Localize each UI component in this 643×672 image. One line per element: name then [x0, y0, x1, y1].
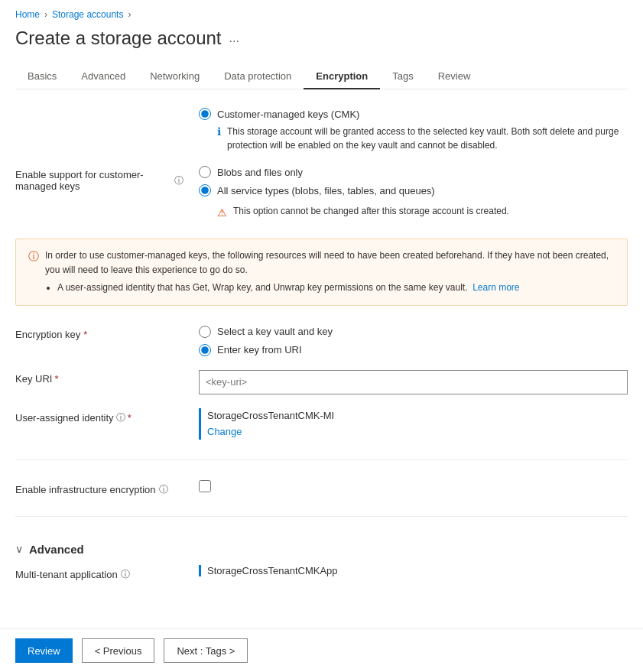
support-cmk-label: Enable support for customer-managed keys…: [15, 166, 183, 192]
select-key-vault-radio-item[interactable]: Select a key vault and key: [199, 326, 628, 338]
breadcrumb-sep1: ›: [44, 9, 47, 20]
user-identity-value: StorageCrossTenantCMK-MI: [207, 410, 334, 421]
multi-tenant-info-icon[interactable]: ⓘ: [121, 568, 130, 581]
user-identity-label: User-assigned identity ⓘ *: [15, 408, 183, 424]
divider-1: [15, 459, 628, 460]
all-services-radio-item[interactable]: All service types (blobs, files, tables,…: [199, 184, 628, 196]
warning-icon: ⚠: [217, 206, 227, 219]
all-services-warning-box: ⚠ This option cannot be changed after th…: [217, 206, 628, 219]
multi-tenant-value: StorageCrossTenantCMKApp: [207, 565, 338, 576]
encryption-key-row: Encryption key * Select a key vault and …: [15, 326, 628, 356]
blobs-only-label: Blobs and files only: [217, 167, 303, 178]
user-identity-value-box: StorageCrossTenantCMK-MI Change: [199, 408, 628, 440]
multi-tenant-row: Multi-tenant application ⓘ StorageCrossT…: [15, 565, 628, 581]
multi-tenant-content: StorageCrossTenantCMKApp: [199, 565, 628, 576]
next-button[interactable]: Next : Tags >: [164, 638, 248, 663]
cmk-radio[interactable]: [199, 108, 211, 120]
form-section: Customer-managed keys (CMK) ℹ This stora…: [15, 108, 628, 581]
all-services-radio[interactable]: [199, 184, 211, 196]
enter-key-uri-label: Enter key from URI: [217, 344, 302, 355]
key-uri-row: Key URI *: [15, 370, 628, 394]
bottom-bar: Review < Previous Next : Tags >: [0, 628, 643, 672]
infra-encryption-checkbox-wrapper: [199, 480, 628, 492]
divider-2: [15, 516, 628, 517]
tab-data-protection[interactable]: Data protection: [212, 64, 304, 89]
info-icon: ℹ: [217, 125, 221, 138]
tab-encryption[interactable]: Encryption: [304, 64, 380, 89]
breadcrumb-sep2: ›: [128, 9, 131, 20]
advanced-header[interactable]: ∨ Advanced: [15, 543, 628, 556]
encryption-key-radio-group: Select a key vault and key Enter key fro…: [199, 326, 628, 356]
cmk-support-radio-group: Blobs and files only All service types (…: [199, 166, 628, 219]
user-identity-required: *: [128, 412, 132, 424]
breadcrumb-home[interactable]: Home: [15, 9, 40, 20]
tab-review[interactable]: Review: [426, 64, 483, 89]
alert-banner-icon: ⓘ: [28, 250, 39, 264]
all-services-label: All service types (blobs, files, tables,…: [217, 185, 435, 196]
breadcrumb: Home › Storage accounts ›: [15, 9, 628, 20]
enter-key-uri-radio-item[interactable]: Enter key from URI: [199, 344, 628, 356]
advanced-section-title: Advanced: [29, 543, 84, 556]
encryption-key-label: Encryption key *: [15, 326, 183, 340]
tab-tags[interactable]: Tags: [380, 64, 425, 89]
select-key-vault-label: Select a key vault and key: [217, 326, 333, 337]
user-identity-content: StorageCrossTenantCMK-MI Change: [199, 408, 628, 440]
blobs-only-radio-item[interactable]: Blobs and files only: [199, 166, 628, 178]
encryption-key-required: *: [83, 329, 87, 340]
cmk-label: Customer-managed keys (CMK): [217, 109, 359, 120]
previous-button[interactable]: < Previous: [82, 638, 155, 663]
tab-bar: Basics Advanced Networking Data protecti…: [15, 64, 628, 89]
alert-banner-inner: ⓘ In order to use customer-managed keys,…: [28, 248, 615, 296]
page-title: Create a storage account: [15, 28, 222, 49]
select-key-vault-radio[interactable]: [199, 326, 211, 338]
user-identity-row: User-assigned identity ⓘ * StorageCrossT…: [15, 408, 628, 440]
alert-bullet: A user-assigned identity that has Get, W…: [57, 281, 615, 295]
tab-basics[interactable]: Basics: [15, 64, 69, 89]
cmk-info-box: ℹ This storage account will be granted a…: [217, 125, 628, 152]
key-uri-input[interactable]: [199, 370, 628, 394]
enter-key-uri-radio[interactable]: [199, 344, 211, 356]
breadcrumb-storage-accounts[interactable]: Storage accounts: [52, 9, 123, 20]
user-identity-info-icon[interactable]: ⓘ: [116, 411, 125, 424]
blobs-only-radio[interactable]: [199, 166, 211, 178]
review-button[interactable]: Review: [15, 638, 73, 663]
alert-banner-text: In order to use customer-managed keys, t…: [45, 248, 615, 296]
key-uri-required: *: [54, 373, 58, 385]
page-title-row: Create a storage account ...: [15, 28, 628, 49]
multi-tenant-value-box: StorageCrossTenantCMKApp: [199, 565, 628, 576]
cmk-section: Customer-managed keys (CMK) ℹ This stora…: [183, 108, 628, 152]
cmk-radio-item[interactable]: Customer-managed keys (CMK): [199, 108, 628, 120]
more-options-icon[interactable]: ...: [229, 31, 239, 45]
infra-encryption-content: [199, 480, 628, 492]
infra-encryption-checkbox[interactable]: [199, 480, 211, 492]
user-identity-change-link[interactable]: Change: [207, 424, 628, 440]
support-cmk-row: Enable support for customer-managed keys…: [15, 166, 628, 219]
key-uri-label: Key URI *: [15, 370, 183, 385]
multi-tenant-label: Multi-tenant application ⓘ: [15, 565, 183, 581]
tab-networking[interactable]: Networking: [138, 64, 212, 89]
infra-info-icon[interactable]: ⓘ: [159, 483, 168, 496]
support-cmk-info-icon[interactable]: ⓘ: [174, 174, 183, 187]
encryption-key-content: Select a key vault and key Enter key fro…: [199, 326, 628, 356]
alert-banner: ⓘ In order to use customer-managed keys,…: [15, 239, 628, 306]
advanced-section: ∨ Advanced Multi-tenant application ⓘ St…: [15, 543, 628, 581]
support-cmk-content: Blobs and files only All service types (…: [199, 166, 628, 219]
tab-advanced[interactable]: Advanced: [69, 64, 138, 89]
infra-encryption-label: Enable infrastructure encryption ⓘ: [15, 480, 183, 496]
key-uri-content: [199, 370, 628, 394]
cmk-info-text: This storage account will be granted acc…: [227, 125, 628, 152]
infra-encryption-row: Enable infrastructure encryption ⓘ: [15, 480, 628, 496]
all-services-warning-text: This option cannot be changed after this…: [233, 206, 509, 216]
chevron-down-icon: ∨: [15, 543, 23, 555]
learn-more-link[interactable]: Learn more: [473, 282, 519, 293]
